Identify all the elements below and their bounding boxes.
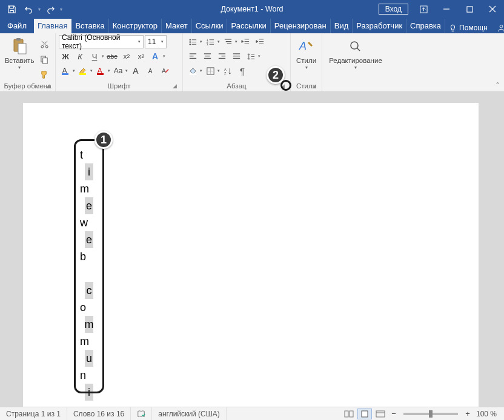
tab-view[interactable]: Вид bbox=[331, 19, 353, 33]
annotation-badge-1: 1 bbox=[94, 131, 113, 149]
align-left-button[interactable] bbox=[186, 50, 199, 63]
read-mode-button[interactable] bbox=[342, 409, 356, 419]
bullets-button[interactable] bbox=[186, 35, 199, 48]
clear-formatting-button[interactable]: A bbox=[158, 64, 171, 77]
zoom-out-button[interactable]: − bbox=[389, 407, 399, 421]
chevron-down-icon: ▾ bbox=[138, 39, 141, 44]
lightbulb-icon bbox=[449, 24, 457, 32]
redo-button[interactable] bbox=[42, 1, 58, 17]
numbering-button[interactable]: 123 bbox=[204, 35, 217, 48]
svg-text:A: A bbox=[224, 67, 226, 71]
borders-button[interactable] bbox=[204, 64, 217, 77]
dialog-launcher[interactable]: ◢ bbox=[44, 82, 51, 90]
save-button[interactable] bbox=[4, 1, 19, 17]
svg-text:A: A bbox=[161, 68, 165, 74]
share-button[interactable]: Поделиться bbox=[494, 22, 504, 33]
chevron-down-icon: ▾ bbox=[305, 65, 308, 70]
decrease-indent-button[interactable] bbox=[239, 35, 252, 48]
tab-file[interactable]: Файл bbox=[0, 19, 34, 33]
quick-access-toolbar: ▾ ▾ bbox=[0, 1, 63, 17]
web-layout-button[interactable] bbox=[373, 409, 388, 419]
dialog-launcher[interactable]: ◢ bbox=[171, 82, 178, 90]
svg-rect-9 bbox=[42, 57, 47, 63]
svg-text:A: A bbox=[152, 51, 158, 61]
font-color2-button[interactable]: A bbox=[94, 64, 107, 77]
svg-text:A: A bbox=[299, 40, 307, 52]
svg-point-2 bbox=[500, 25, 503, 28]
tab-review[interactable]: Рецензирован bbox=[271, 19, 331, 33]
spellcheck-status[interactable] bbox=[131, 407, 152, 420]
italic-button[interactable]: К bbox=[73, 50, 87, 63]
font-color-button[interactable]: A bbox=[59, 64, 72, 77]
underline-button[interactable]: Ч bbox=[88, 50, 101, 63]
sort-button[interactable]: AZ bbox=[221, 64, 234, 77]
copy-button[interactable] bbox=[38, 53, 51, 66]
chevron-down-icon: ▾ bbox=[354, 65, 357, 70]
indent-icon bbox=[256, 38, 265, 47]
cut-button[interactable] bbox=[38, 38, 51, 51]
tab-help[interactable]: Справка bbox=[406, 19, 445, 33]
font-name-combo[interactable]: Calibri (Основной текст) ▾ bbox=[59, 35, 144, 48]
svg-rect-13 bbox=[79, 73, 86, 75]
sort-icon: AZ bbox=[224, 67, 233, 76]
font-color-icon: A bbox=[61, 66, 70, 76]
svg-point-17 bbox=[189, 39, 190, 40]
highlight-button[interactable] bbox=[76, 64, 90, 77]
undo-button[interactable] bbox=[21, 1, 36, 17]
shrink-font-button[interactable]: A bbox=[144, 64, 157, 77]
tab-home[interactable]: Главная bbox=[34, 19, 71, 33]
word-count[interactable]: Слово 16 из 16 bbox=[67, 407, 131, 420]
text-effects-button[interactable]: A bbox=[149, 50, 162, 63]
bold-button[interactable]: Ж bbox=[59, 50, 72, 63]
font-size-combo[interactable]: 11 ▾ bbox=[145, 35, 167, 48]
svg-rect-32 bbox=[376, 411, 385, 417]
dialog-launcher[interactable]: ◢ bbox=[310, 82, 317, 90]
print-layout-button[interactable] bbox=[357, 409, 372, 419]
paste-icon bbox=[10, 38, 28, 56]
undo-dropdown[interactable]: ▾ bbox=[38, 7, 41, 12]
zoom-slider[interactable] bbox=[403, 413, 458, 415]
tell-me[interactable]: Помощн bbox=[445, 22, 491, 33]
strikethrough-button[interactable]: abc bbox=[105, 50, 119, 63]
zoom-in-button[interactable]: + bbox=[463, 407, 472, 421]
tab-insert[interactable]: Вставка bbox=[71, 19, 108, 33]
line-spacing-button[interactable] bbox=[244, 50, 257, 63]
tab-design[interactable]: Конструктор bbox=[109, 19, 162, 33]
minimize-button[interactable] bbox=[435, 0, 458, 18]
group-clipboard: Вставить ▾ Буфер обмена ◢ bbox=[0, 33, 56, 91]
format-painter-button[interactable] bbox=[38, 68, 51, 81]
paste-button[interactable]: Вставить ▾ bbox=[3, 35, 36, 70]
language-indicator[interactable]: английский (США) bbox=[152, 407, 226, 420]
tab-references[interactable]: Ссылки bbox=[192, 19, 228, 33]
grow-font-button[interactable]: A bbox=[129, 64, 142, 77]
align-right-button[interactable] bbox=[215, 50, 228, 63]
brush-icon bbox=[40, 70, 49, 79]
collapse-ribbon[interactable]: ⌃ bbox=[495, 81, 500, 89]
tab-layout[interactable]: Макет bbox=[162, 19, 192, 33]
change-case-button[interactable]: Aa bbox=[111, 64, 125, 77]
subscript-button[interactable]: x2 bbox=[120, 50, 133, 63]
svg-rect-5 bbox=[18, 44, 26, 54]
close-button[interactable] bbox=[481, 0, 504, 18]
align-center-button[interactable] bbox=[201, 50, 214, 63]
multilevel-button[interactable] bbox=[221, 35, 234, 48]
increase-indent-button[interactable] bbox=[253, 35, 267, 48]
styles-button[interactable]: A Стили ▾ bbox=[294, 35, 319, 70]
show-marks-button[interactable]: ¶ bbox=[236, 64, 249, 77]
tab-developer[interactable]: Разработчик bbox=[353, 19, 406, 33]
qat-customize[interactable]: ▾ bbox=[60, 7, 62, 12]
group-label bbox=[325, 81, 386, 91]
page-indicator[interactable]: Страница 1 из 1 bbox=[0, 407, 67, 420]
group-font: Calibri (Основной текст) ▾ 11 ▾ Ж К Ч▾ a… bbox=[56, 33, 183, 91]
shading-button[interactable] bbox=[186, 64, 199, 77]
scissors-icon bbox=[40, 40, 49, 49]
ribbon-display-options[interactable] bbox=[412, 0, 435, 18]
maximize-button[interactable] bbox=[458, 0, 481, 18]
tab-mailings[interactable]: Рассылки bbox=[227, 19, 270, 33]
superscript-button[interactable]: x2 bbox=[134, 50, 148, 63]
editing-button[interactable]: Редактирование ▾ bbox=[325, 35, 386, 70]
signin-button[interactable]: Вход bbox=[379, 4, 408, 15]
zoom-level[interactable]: 100 % bbox=[474, 410, 499, 418]
svg-rect-4 bbox=[16, 38, 21, 41]
justify-button[interactable] bbox=[230, 50, 243, 63]
